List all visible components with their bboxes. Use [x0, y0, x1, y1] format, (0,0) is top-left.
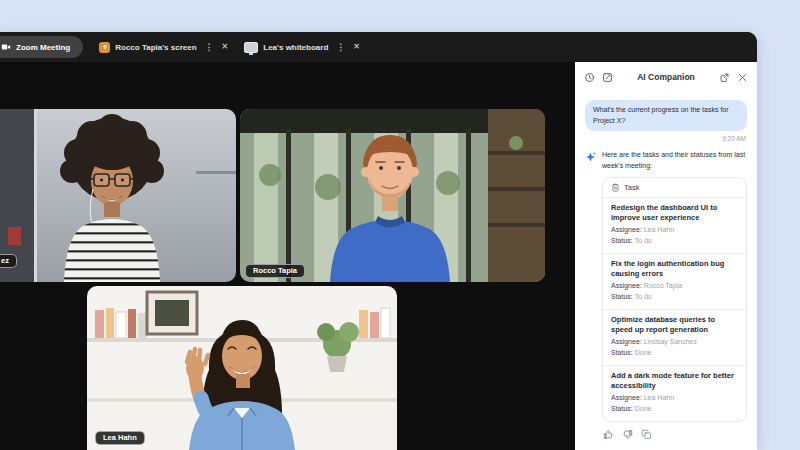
panel-body: What's the current progress on the tasks…	[575, 92, 757, 450]
status-value: Done	[635, 349, 652, 356]
video-camera-icon	[1, 42, 11, 52]
video-tile-bottom[interactable]: Lea Hahn	[87, 286, 397, 450]
assignee-label: Assignee:	[611, 282, 642, 289]
participant-illustration-waving-woman	[87, 286, 397, 450]
participant-name-tag: Rocco Tapia	[245, 264, 305, 279]
ai-companion-sparkle-icon	[585, 151, 597, 163]
whiteboard-icon	[244, 42, 258, 53]
assignee-label: Assignee:	[611, 226, 642, 233]
status-value: To do	[635, 293, 652, 300]
copy-icon[interactable]	[641, 429, 652, 440]
user-message-bubble: What's the current progress on the tasks…	[585, 100, 747, 131]
participant-name-tag: Lea Hahn	[95, 431, 145, 446]
tab-menu-icon[interactable]: ⋮	[205, 43, 214, 52]
video-tile-left[interactable]: ez	[0, 109, 236, 282]
task-title: Redesign the dashboard UI to improve use…	[611, 203, 738, 223]
compose-icon[interactable]	[602, 72, 613, 83]
tab-zoom-meeting[interactable]: Zoom Meeting	[0, 36, 83, 58]
tab-close-icon[interactable]: ✕	[353, 43, 360, 51]
assignee-value: Rocco Tapia	[644, 282, 682, 289]
task-item: Fix the login authentication bug causing…	[603, 254, 746, 310]
screen-share-icon	[99, 42, 110, 53]
close-icon[interactable]	[737, 72, 748, 83]
tab-lea-whiteboard[interactable]: Lea's whiteboard ⋮ ✕	[244, 42, 360, 53]
panel-header: AI Companion	[575, 62, 757, 92]
assignee-label: Assignee:	[611, 338, 642, 345]
participant-illustration-curly-hair-woman	[0, 109, 236, 282]
thumbs-down-icon[interactable]	[622, 429, 633, 440]
response-feedback-bar	[602, 429, 747, 440]
task-card-header-label: Task	[624, 183, 639, 192]
task-title: Fix the login authentication bug causing…	[611, 259, 738, 279]
status-label: Status:	[611, 349, 633, 356]
assignee-value: Lea Hahn	[644, 394, 674, 401]
status-label: Status:	[611, 293, 633, 300]
tab-label: Rocco Tapia's screen	[115, 43, 196, 52]
status-value: Done	[635, 405, 652, 412]
task-card-header: Task	[603, 178, 746, 198]
task-title: Add a dark mode feature for better acces…	[611, 371, 738, 391]
task-item: Add a dark mode feature for better acces…	[603, 366, 746, 421]
status-label: Status:	[611, 405, 633, 412]
thumbs-up-icon[interactable]	[603, 429, 614, 440]
ai-companion-panel: AI Companion What's the current progress…	[575, 62, 757, 450]
status-value: To do	[635, 237, 652, 244]
ai-response: Here are the tasks and their statuses fr…	[585, 150, 747, 440]
tab-menu-icon[interactable]: ⋮	[336, 43, 345, 52]
participant-illustration-man-office	[240, 109, 545, 282]
task-card: Task Redesign the dashboard UI to improv…	[602, 177, 747, 422]
task-clipboard-icon	[611, 183, 620, 192]
tab-bar: Zoom Meeting Rocco Tapia's screen ⋮ ✕ Le…	[0, 32, 757, 62]
message-timestamp: 9:20 AM	[586, 135, 746, 142]
task-item: Optimize database queries to speed up re…	[603, 310, 746, 366]
task-title: Optimize database queries to speed up re…	[611, 315, 738, 335]
participant-name-tag: ez	[0, 254, 17, 269]
assignee-value: Lea Hahn	[644, 226, 674, 233]
zoom-app-window: Zoom Meeting Rocco Tapia's screen ⋮ ✕ Le…	[0, 32, 757, 450]
tab-close-icon[interactable]: ✕	[222, 43, 229, 51]
pop-out-icon[interactable]	[719, 72, 730, 83]
panel-title: AI Companion	[620, 72, 712, 82]
assignee-value: Lindsay Sanchez	[644, 338, 697, 345]
assignee-label: Assignee:	[611, 394, 642, 401]
status-label: Status:	[611, 237, 633, 244]
task-item: Redesign the dashboard UI to improve use…	[603, 198, 746, 254]
tab-label: Lea's whiteboard	[263, 43, 328, 52]
tab-rocco-screen[interactable]: Rocco Tapia's screen ⋮ ✕	[99, 42, 228, 53]
video-tile-right[interactable]: Rocco Tapia	[240, 109, 545, 282]
tab-label: Zoom Meeting	[16, 43, 70, 52]
ai-intro-text: Here are the tasks and their statuses fr…	[602, 150, 747, 171]
history-icon[interactable]	[584, 72, 595, 83]
